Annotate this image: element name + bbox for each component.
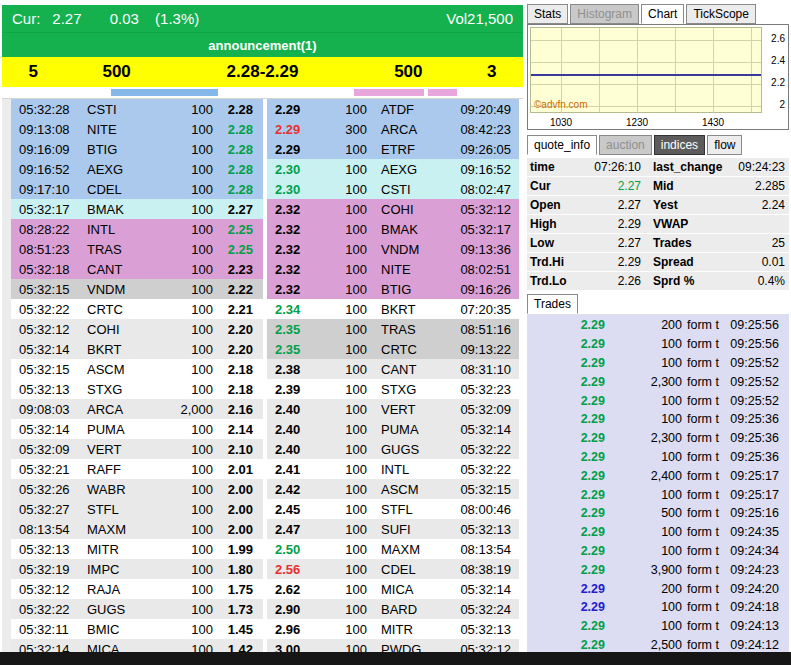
chart-tab[interactable]: Stats <box>527 4 568 24</box>
quote-info-row: High 2.29 VWAP <box>527 215 789 234</box>
info-tab[interactable]: quote_info <box>527 135 597 155</box>
bid-row[interactable]: 05:32:22 CRTC 100 2.21 <box>11 299 263 319</box>
ask-row[interactable]: 2.40 100 VERT 05:32:09 <box>267 399 519 419</box>
trade-size: 2,400 <box>605 469 682 483</box>
ask-row[interactable]: 2.30 100 AEXG 09:16:52 <box>267 159 519 179</box>
bid-row[interactable]: 05:32:15 VNDM 100 2.22 <box>11 279 263 299</box>
ask-row[interactable]: 2.32 100 BMAK 05:32:17 <box>267 219 519 239</box>
ask-size: 100 <box>329 562 381 577</box>
bid-row[interactable]: 05:32:14 MICA 100 1.42 <box>11 639 263 652</box>
trade-time: 09:25:16 <box>729 506 789 520</box>
bid-row[interactable]: 05:32:18 CANT 100 2.23 <box>11 259 263 279</box>
bid-mmid: VNDM <box>87 282 153 297</box>
trade-price: 2.29 <box>527 356 605 370</box>
ask-row[interactable]: 2.90 100 BARD 05:32:24 <box>267 599 519 619</box>
ask-size: 100 <box>329 282 381 297</box>
quote-info-row: Open 2.27 Yest 2.24 <box>527 196 789 215</box>
ask-size: 100 <box>329 302 381 317</box>
ask-row[interactable]: 2.47 100 SUFI 05:32:13 <box>267 519 519 539</box>
bid-mmid: WABR <box>87 482 153 497</box>
ask-row[interactable]: 2.50 100 MAXM 08:13:54 <box>267 539 519 559</box>
bid-row[interactable]: 05:32:13 MITR 100 1.99 <box>11 539 263 559</box>
trade-type: form t <box>687 318 729 332</box>
ask-mmid: ETRF <box>381 142 439 157</box>
bid-row[interactable]: 05:32:17 BMAK 100 2.27 <box>11 199 263 219</box>
ask-row[interactable]: 2.32 100 VNDM 09:13:36 <box>267 239 519 259</box>
ask-row[interactable]: 2.96 100 MITR 05:32:13 <box>267 619 519 639</box>
bid-mmid: BMIC <box>87 622 153 637</box>
bid-row[interactable]: 08:13:54 MAXM 100 2.00 <box>11 519 263 539</box>
ask-row[interactable]: 2.45 100 STFL 08:00:46 <box>267 499 519 519</box>
ask-row[interactable]: 2.29 100 ETRF 09:26:05 <box>267 139 519 159</box>
trade-price: 2.29 <box>527 337 605 351</box>
ask-row[interactable]: 2.32 100 BTIG 09:16:26 <box>267 279 519 299</box>
bid-row[interactable]: 05:32:22 GUGS 100 1.73 <box>11 599 263 619</box>
ask-row[interactable]: 2.38 100 CANT 08:31:10 <box>267 359 519 379</box>
trade-type: form t <box>687 394 729 408</box>
chart-tab[interactable]: Histogram <box>570 4 639 24</box>
ask-row[interactable]: 2.30 100 CSTI 08:02:47 <box>267 179 519 199</box>
bottom-scrollbar[interactable] <box>0 652 791 665</box>
bid-row[interactable]: 05:32:12 RAJA 100 1.75 <box>11 579 263 599</box>
mini-chart: ©advfn.com 2.6 2.4 2.2 2 1030 1230 1430 <box>527 24 789 130</box>
ask-row[interactable]: 2.34 100 BKRT 07:20:35 <box>267 299 519 319</box>
bid-row[interactable]: 08:51:23 TRAS 100 2.25 <box>11 239 263 259</box>
bid-row[interactable]: 05:32:15 ASCM 100 2.18 <box>11 359 263 379</box>
bid-price: 2.28 <box>213 142 263 157</box>
announcement-link[interactable]: announcement(1) <box>208 38 316 53</box>
ask-row[interactable]: 2.40 100 PUMA 05:32:14 <box>267 419 519 439</box>
ask-row[interactable]: 2.39 100 STXG 05:32:23 <box>267 379 519 399</box>
bid-row[interactable]: 05:32:13 STXG 100 2.18 <box>11 379 263 399</box>
ask-row[interactable]: 2.32 100 COHI 05:32:12 <box>267 199 519 219</box>
bid-row[interactable]: 05:32:14 BKRT 100 2.20 <box>11 339 263 359</box>
bid-row[interactable]: 09:16:52 AEXG 100 2.28 <box>11 159 263 179</box>
bid-row[interactable]: 09:17:10 CDEL 100 2.28 <box>11 179 263 199</box>
bid-row[interactable]: 05:32:19 IMPC 100 1.80 <box>11 559 263 579</box>
bid-row[interactable]: 05:32:14 PUMA 100 2.14 <box>11 419 263 439</box>
trade-time: 09:24:23 <box>729 563 789 577</box>
ask-time: 08:02:47 <box>439 182 519 197</box>
bid-row[interactable]: 05:32:21 RAFF 100 2.01 <box>11 459 263 479</box>
chart-tab[interactable]: Chart <box>641 4 684 24</box>
bid-row[interactable]: 05:32:26 WABR 100 2.00 <box>11 479 263 499</box>
bid-row[interactable]: 09:16:09 BTIG 100 2.28 <box>11 139 263 159</box>
ask-price: 2.45 <box>267 502 329 517</box>
ask-size: 100 <box>329 582 381 597</box>
trades-tab[interactable]: Trades <box>527 294 578 314</box>
trade-price: 2.29 <box>527 525 605 539</box>
info-tab[interactable]: auction <box>599 135 652 155</box>
ask-depth-segment <box>428 89 457 96</box>
ask-price: 2.30 <box>267 182 329 197</box>
trade-time: 09:25:56 <box>729 318 789 332</box>
ask-row[interactable]: 3.00 100 PWDG 05:32:12 <box>267 639 519 652</box>
ask-row[interactable]: 2.35 100 CRTC 09:13:22 <box>267 339 519 359</box>
trade-row: 2.29 100 form t 09:25:52 <box>527 391 789 410</box>
bid-size: 100 <box>153 102 213 117</box>
bid-row[interactable]: 09:08:03 ARCA 2,000 2.16 <box>11 399 263 419</box>
ask-time: 08:00:46 <box>439 502 519 517</box>
ask-price: 2.96 <box>267 622 329 637</box>
trade-time: 09:24:13 <box>729 619 789 633</box>
cur-label: Cur: <box>12 10 40 27</box>
ask-row[interactable]: 2.35 100 TRAS 08:51:16 <box>267 319 519 339</box>
ask-row[interactable]: 2.32 100 NITE 08:02:51 <box>267 259 519 279</box>
bid-row[interactable]: 05:32:27 STFL 100 2.00 <box>11 499 263 519</box>
ask-row[interactable]: 2.40 100 GUGS 05:32:22 <box>267 439 519 459</box>
ask-row[interactable]: 2.41 100 INTL 05:32:22 <box>267 459 519 479</box>
bid-row[interactable]: 05:32:28 CSTI 100 2.28 <box>11 99 263 119</box>
bid-row[interactable]: 05:32:12 COHI 100 2.20 <box>11 319 263 339</box>
ask-row[interactable]: 2.62 100 MICA 05:32:14 <box>267 579 519 599</box>
quote-label: Spread <box>641 255 721 269</box>
info-tab[interactable]: flow <box>707 135 742 155</box>
bid-row[interactable]: 08:28:22 INTL 100 2.25 <box>11 219 263 239</box>
bid-row[interactable]: 05:32:11 BMIC 100 1.45 <box>11 619 263 639</box>
bid-row[interactable]: 09:13:08 NITE 100 2.28 <box>11 119 263 139</box>
announcement-bar[interactable]: announcement(1) <box>2 32 523 57</box>
ask-row[interactable]: 2.56 100 CDEL 08:38:19 <box>267 559 519 579</box>
ask-row[interactable]: 2.42 100 ASCM 05:32:15 <box>267 479 519 499</box>
info-tab[interactable]: indices <box>654 135 705 155</box>
chart-tab[interactable]: TickScope <box>686 4 756 24</box>
ask-row[interactable]: 2.29 300 ARCA 08:42:23 <box>267 119 519 139</box>
bid-row[interactable]: 05:32:09 VERT 100 2.10 <box>11 439 263 459</box>
ask-row[interactable]: 2.29 100 ATDF 09:20:49 <box>267 99 519 119</box>
